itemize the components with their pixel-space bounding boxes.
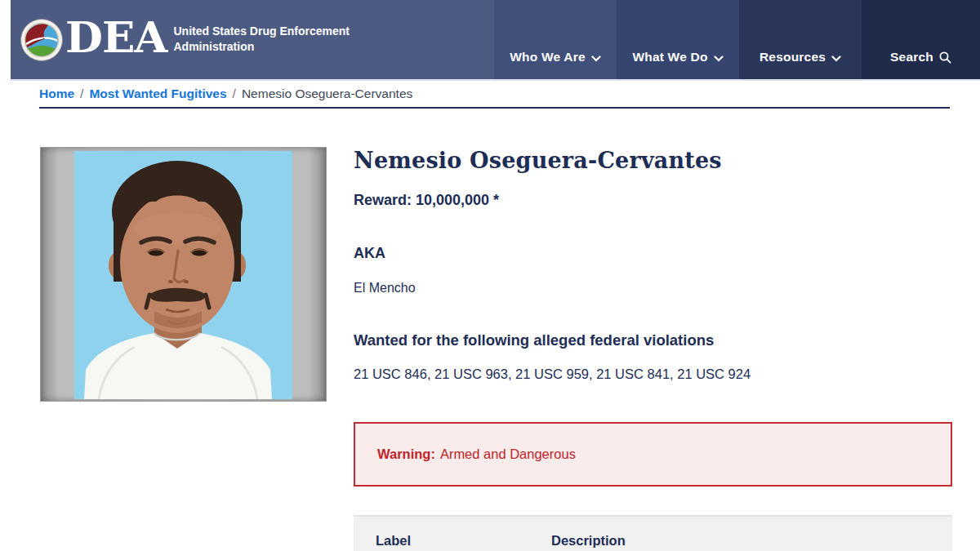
chevron-down-icon	[714, 56, 724, 62]
nav-search[interactable]: Search	[862, 0, 980, 79]
details-table-header: Label Description	[354, 515, 952, 551]
brand-acronym: DEA	[65, 16, 167, 64]
mugshot-portrait-graphic	[74, 151, 292, 399]
breadcrumb: Home/Most Wanted Fugitives/Nemesio Osegu…	[39, 87, 412, 101]
breadcrumb-home-link[interactable]: Home	[39, 87, 74, 100]
chevron-down-icon	[831, 56, 841, 62]
nav-search-label: Search	[890, 50, 933, 64]
page-title: Nemesio Oseguera-Cervantes	[354, 148, 952, 173]
nav-who-we-are[interactable]: Who We Are	[494, 0, 617, 79]
nav-who-we-are-label: Who We Are	[510, 50, 585, 64]
nav-resources-label: Resources	[760, 50, 826, 64]
warning-banner: Warning: Armed and Dangerous	[354, 422, 952, 487]
site-header: DEA United States Drug Enforcement Admin…	[11, 0, 980, 81]
fugitive-photo	[40, 147, 327, 402]
aka-heading: AKA	[354, 245, 385, 262]
brand-tagline-line2: Administration	[173, 39, 349, 55]
main-nav: Who We Are What We Do Resources Search	[494, 0, 980, 79]
search-icon	[939, 51, 951, 64]
breadcrumb-separator: /	[80, 87, 83, 100]
dea-logo[interactable]: DEA United States Drug Enforcement Admin…	[11, 0, 350, 79]
warning-label: Warning:	[377, 447, 435, 462]
table-column-label: Label	[354, 533, 551, 549]
table-column-description: Description	[551, 533, 952, 549]
warning-text: Armed and Dangerous	[440, 447, 576, 462]
brand-tagline: United States Drug Enforcement Administr…	[173, 24, 349, 56]
breadcrumb-divider	[39, 107, 950, 109]
nav-what-we-do-label: What We Do	[632, 50, 707, 64]
violations-heading: Wanted for the following alleged federal…	[354, 331, 714, 349]
breadcrumb-current-page: Nemesio Oseguera-Cervantes	[242, 87, 412, 100]
aka-value: El Mencho	[354, 281, 416, 295]
breadcrumb-most-wanted-link[interactable]: Most Wanted Fugitives	[89, 87, 226, 100]
nav-resources[interactable]: Resources	[739, 0, 862, 79]
mugshot-image	[74, 151, 292, 399]
dea-seal-icon	[20, 19, 63, 61]
brand-tagline-line1: United States Drug Enforcement	[173, 24, 349, 39]
nav-what-we-do[interactable]: What We Do	[617, 0, 739, 79]
violations-value: 21 USC 846, 21 USC 963, 21 USC 959, 21 U…	[354, 367, 751, 382]
breadcrumb-separator: /	[233, 87, 236, 100]
chevron-down-icon	[591, 56, 601, 62]
reward-text: Reward: 10,000,000 *	[354, 192, 499, 209]
